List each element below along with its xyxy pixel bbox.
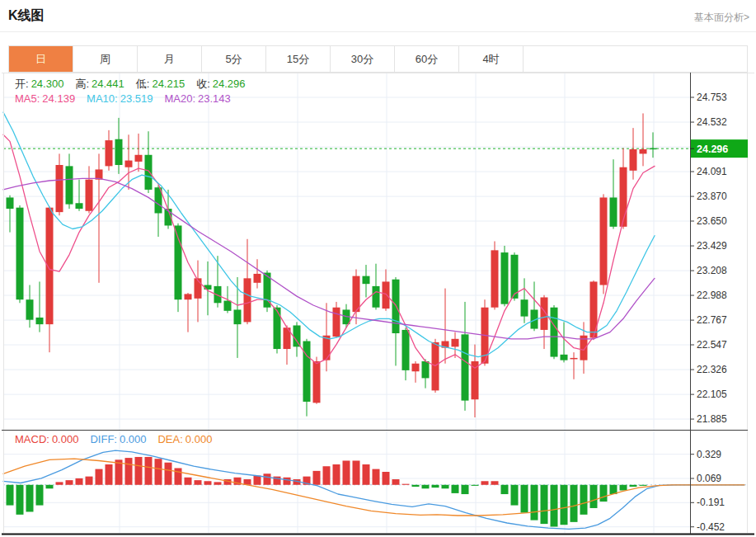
svg-text:24.753: 24.753 (697, 92, 727, 103)
svg-text:23.429: 23.429 (697, 240, 727, 252)
svg-text:24.532: 24.532 (697, 116, 727, 128)
kline-chart-canvas[interactable]: 24.75324.53224.09123.87023.65023.42923.2… (0, 0, 756, 537)
svg-text:24.296: 24.296 (697, 144, 728, 155)
svg-text:23.870: 23.870 (697, 191, 727, 202)
svg-text:22.326: 22.326 (697, 364, 727, 375)
ma-lines-layer (3, 112, 655, 368)
svg-text:21.885: 21.885 (697, 413, 727, 425)
svg-text:22.988: 22.988 (697, 290, 727, 301)
svg-text:22.547: 22.547 (697, 339, 727, 351)
svg-text:0.069: 0.069 (697, 473, 721, 484)
svg-text:22.105: 22.105 (697, 389, 727, 400)
candles-layer (7, 113, 657, 417)
svg-text:24.091: 24.091 (697, 166, 727, 177)
svg-text:23.650: 23.650 (697, 215, 727, 227)
svg-text:22.767: 22.767 (697, 314, 727, 326)
macd-layer (3, 450, 744, 529)
current-price-badge: 24.296 (690, 139, 748, 158)
svg-text:23.208: 23.208 (697, 265, 727, 276)
kline-widget: K线图 基本面分析> 日周月5分15分30分60分4时 24.75324.532… (0, 0, 756, 537)
svg-text:0.329: 0.329 (697, 449, 721, 460)
svg-text:-0.191: -0.191 (697, 497, 725, 508)
svg-text:-0.452: -0.452 (697, 521, 725, 533)
